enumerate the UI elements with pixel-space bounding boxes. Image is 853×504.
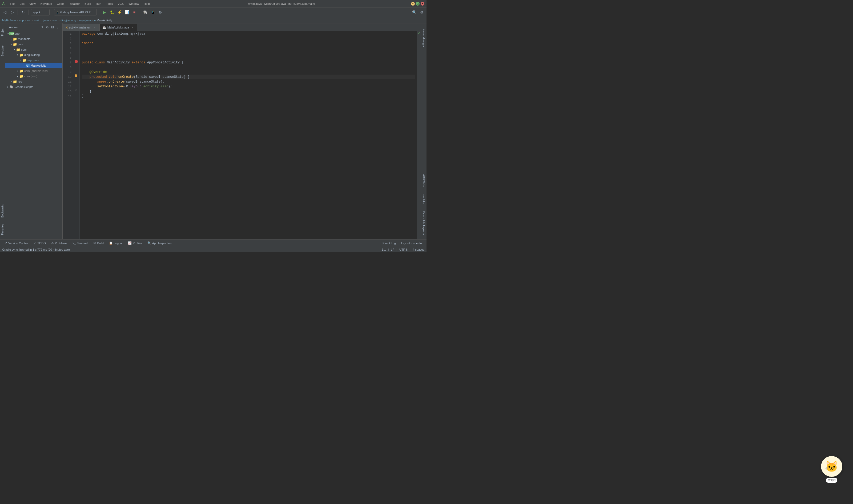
gradle-sync-button[interactable]: 🐘 bbox=[142, 9, 149, 15]
encoding[interactable]: UTF-8 bbox=[399, 248, 407, 251]
avd-button[interactable]: 📱 bbox=[150, 9, 156, 15]
stop-button[interactable]: ■ bbox=[131, 9, 138, 15]
menu-window[interactable]: Window bbox=[126, 2, 141, 6]
sdk-button[interactable]: ⚙ bbox=[157, 9, 163, 15]
arrow-test: ▸ bbox=[16, 75, 19, 77]
device-file-explorer-tab[interactable]: Device File Explorer bbox=[422, 209, 426, 237]
menu-help[interactable]: Help bbox=[142, 2, 152, 6]
run-button[interactable]: ▶ bbox=[101, 9, 108, 15]
menu-run[interactable]: Run bbox=[94, 2, 103, 6]
panel-settings-btn[interactable]: ⋮ bbox=[55, 25, 60, 30]
icon-dingjiaxiong: 📁 bbox=[19, 53, 23, 57]
search-button[interactable]: 🔍 bbox=[411, 9, 417, 15]
error-indicator-7: ! bbox=[74, 60, 78, 64]
code-content[interactable]: package com.dingjiaxiong.myrxjava; impor… bbox=[80, 31, 417, 239]
tree-item-com[interactable]: ▾ 📁 com bbox=[5, 47, 63, 52]
forward-button[interactable]: ▷ bbox=[9, 9, 15, 15]
app-selector[interactable]: app ▾ bbox=[31, 9, 50, 15]
device-manager-tab[interactable]: Device Manager bbox=[422, 25, 426, 49]
menu-file[interactable]: File bbox=[8, 2, 17, 6]
layout-inspector-tab[interactable]: Layout Inspector bbox=[399, 240, 425, 247]
line-ending[interactable]: LF bbox=[391, 248, 394, 251]
emulator-tab[interactable]: Emulator bbox=[422, 192, 426, 206]
problems-tab[interactable]: ⚠ Problems bbox=[49, 240, 70, 247]
close-button[interactable]: × bbox=[421, 2, 424, 5]
terminal-tab[interactable]: >_ Terminal bbox=[70, 240, 91, 247]
tree-item-res[interactable]: ▸ 📁 res bbox=[5, 79, 63, 84]
breadcrumb-myrxjava2[interactable]: myrxjava bbox=[79, 19, 91, 22]
coverage-button[interactable]: ⚡ bbox=[116, 9, 123, 15]
tree-item-gradle[interactable]: ▸ 🐘 Gradle Scripts bbox=[5, 84, 63, 90]
menu-vcs[interactable]: VCS bbox=[116, 2, 126, 6]
breadcrumb-myrxjava[interactable]: MyRxJava bbox=[2, 19, 16, 22]
collapse-btn[interactable]: ⊟ bbox=[50, 25, 55, 30]
menu-build[interactable]: Build bbox=[82, 2, 93, 6]
build-tab[interactable]: ⚙ Build bbox=[91, 240, 106, 247]
menu-refactor[interactable]: Refactor bbox=[66, 2, 82, 6]
device-selector-label: Galaxy Nexus API 29 bbox=[60, 11, 88, 14]
tree-item-dingjiaxiong[interactable]: ▾ 📁 dingjiaxiong bbox=[5, 52, 63, 57]
code-line-7: public class MainActivity extends AppCom… bbox=[82, 60, 415, 65]
code-line-4 bbox=[82, 46, 415, 51]
settings-button[interactable]: ⚙ bbox=[418, 9, 425, 15]
label-androidtest: com (androidTest) bbox=[24, 69, 48, 72]
bottom-tabs: ⎇ Version Control ☑ TODO ⚠ Problems >_ T… bbox=[0, 239, 426, 247]
favorites-tab[interactable]: Favorites bbox=[1, 222, 4, 237]
right-strip: Device Manager ADB Wi-Fi Emulator Device… bbox=[421, 23, 426, 239]
menu-edit[interactable]: Edit bbox=[17, 2, 27, 6]
label-gradle: Gradle Scripts bbox=[15, 85, 33, 88]
device-selector-arrow: ▾ bbox=[89, 11, 91, 14]
version-control-tab[interactable]: ⎇ Version Control bbox=[1, 240, 31, 247]
close-java-tab[interactable]: × bbox=[130, 25, 134, 29]
ln-3: 3 bbox=[63, 41, 71, 46]
back-button[interactable]: ◁ bbox=[2, 9, 8, 15]
tab-mainactivity-java[interactable]: ☕ MainActivity.java × bbox=[100, 24, 137, 31]
android-select[interactable]: Android ▾ bbox=[7, 24, 45, 30]
todo-tab[interactable]: ☑ TODO bbox=[31, 240, 49, 247]
sync-project-btn[interactable]: ⚙ bbox=[45, 25, 50, 30]
debug-button[interactable]: 🐛 bbox=[109, 9, 115, 15]
structure-tab[interactable]: Structure bbox=[1, 43, 4, 59]
device-selector[interactable]: 📱 Galaxy Nexus API 29 ▾ bbox=[54, 9, 97, 15]
tree-item-app[interactable]: ▾ app app bbox=[5, 31, 63, 36]
close-xml-tab[interactable]: × bbox=[93, 25, 97, 29]
breadcrumb-app[interactable]: app bbox=[19, 19, 24, 22]
breadcrumb-com[interactable]: com bbox=[52, 19, 57, 22]
maximize-button[interactable]: □ bbox=[416, 2, 420, 5]
menu-tools[interactable]: Tools bbox=[104, 2, 115, 6]
adb-wifi-tab[interactable]: ADB Wi-Fi bbox=[422, 172, 426, 189]
tree-item-myrxjava[interactable]: ▾ 📁 myrxjava bbox=[5, 57, 63, 63]
profiler-tab[interactable]: 📈 Profiler bbox=[125, 240, 145, 247]
tree-item-manifests[interactable]: ▸ 📁 manifests bbox=[5, 36, 63, 41]
menu-view[interactable]: View bbox=[27, 2, 38, 6]
app-logo: A bbox=[2, 2, 4, 5]
tab-activity-main-xml[interactable]: X activity_main.xml × bbox=[63, 24, 100, 31]
logcat-tab[interactable]: 📋 Logcat bbox=[106, 240, 125, 247]
menu-navigate[interactable]: Navigate bbox=[38, 2, 54, 6]
breadcrumb-dingjiaxiong[interactable]: dingjiaxiong bbox=[60, 19, 76, 22]
bookmarks-tab[interactable]: Bookmarks bbox=[1, 202, 4, 220]
breadcrumb-src[interactable]: src bbox=[27, 19, 31, 22]
tree-item-androidtest[interactable]: ▸ 📁 com (androidTest) bbox=[5, 68, 63, 73]
profiler-label: Profiler bbox=[133, 241, 142, 245]
menu-code[interactable]: Code bbox=[55, 2, 66, 6]
breadcrumb-main[interactable]: main bbox=[34, 19, 40, 22]
indent[interactable]: 4 spaces bbox=[413, 248, 424, 251]
tree-item-mainactivity[interactable]: ▸ C MainActivity bbox=[5, 63, 63, 68]
vc-icon: ⎇ bbox=[4, 241, 7, 245]
toolbar-sep-2 bbox=[29, 10, 29, 15]
code-line-2 bbox=[82, 36, 415, 41]
profile-button[interactable]: 📊 bbox=[124, 9, 130, 15]
event-log-tab[interactable]: Event Log bbox=[380, 240, 399, 247]
tree-item-java[interactable]: ▾ 📁 java bbox=[5, 41, 63, 47]
icon-res: 📁 bbox=[13, 79, 17, 84]
cursor-position[interactable]: 1:1 bbox=[382, 248, 386, 251]
sync-button[interactable]: ↻ bbox=[20, 9, 27, 15]
app-inspection-tab[interactable]: 🔍 App Inspection bbox=[145, 240, 174, 247]
minimize-button[interactable]: − bbox=[411, 2, 415, 5]
tree-item-test[interactable]: ▸ 📁 com (test) bbox=[5, 73, 63, 79]
project-tab[interactable]: Project bbox=[1, 25, 4, 38]
arrow-myrxjava: ▾ bbox=[19, 59, 22, 61]
terminal-icon: >_ bbox=[72, 241, 76, 245]
breadcrumb-java[interactable]: java bbox=[43, 19, 49, 22]
